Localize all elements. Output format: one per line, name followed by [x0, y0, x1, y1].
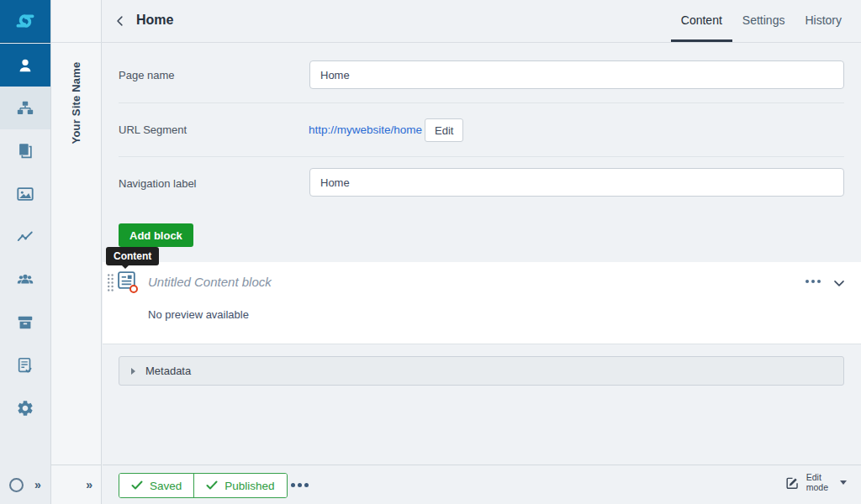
main-area: Home Content Settings History Page name …: [103, 0, 861, 504]
site-column-footer: »: [51, 465, 102, 504]
metadata-label: Metadata: [145, 365, 191, 377]
site-name-label: Your Site Name: [71, 61, 83, 144]
sidebar-item-pages[interactable]: [0, 87, 50, 129]
block-preview-text: No preview available: [148, 308, 249, 321]
user-icon: [16, 56, 34, 75]
published-button[interactable]: Published: [193, 474, 286, 497]
url-segment-link[interactable]: http://mywebsite/home: [309, 123, 422, 136]
tab-settings[interactable]: Settings: [732, 0, 795, 42]
site-name-column: Your Site Name »: [51, 0, 102, 504]
sidebar-item-archive[interactable]: [0, 301, 50, 344]
grip-dots-icon: [107, 273, 114, 292]
tab-bar: Content Settings History: [671, 0, 852, 42]
document-check-icon: [16, 356, 34, 375]
edit-pencil-icon: [784, 475, 800, 491]
publish-button-group: Saved Published: [119, 473, 288, 498]
edit-mode-label: Edit mode: [806, 473, 828, 492]
navigation-label-input[interactable]: [309, 168, 844, 197]
chevron-left-icon: [113, 13, 128, 29]
url-segment-label: URL Segment: [119, 123, 187, 136]
archive-box-icon: [16, 313, 34, 332]
content-tooltip: Content: [106, 247, 159, 265]
image-icon: [16, 185, 34, 203]
chevron-down-icon: [831, 275, 848, 291]
unsaved-indicator-icon: [129, 285, 138, 293]
drag-handle[interactable]: [107, 273, 114, 295]
check-icon: [131, 480, 143, 491]
edit-mode-selector[interactable]: Edit mode: [784, 473, 847, 492]
sidebar: »: [0, 0, 51, 504]
published-label: Published: [224, 480, 274, 492]
help-circle-icon[interactable]: [9, 478, 24, 492]
block-expand-button[interactable]: [831, 275, 848, 294]
add-block-button[interactable]: Add block: [119, 223, 193, 247]
site-tree-icon: [16, 99, 34, 118]
tab-history[interactable]: History: [795, 0, 852, 42]
sidebar-footer: »: [0, 465, 50, 504]
expand-menu-icon[interactable]: »: [34, 478, 41, 491]
block-actions-menu-icon[interactable]: [806, 280, 821, 283]
block-title[interactable]: Untitled Content block: [148, 275, 272, 289]
page-name-input[interactable]: [309, 60, 844, 89]
cms-app: » Your Site Name » Home Content Settings…: [0, 0, 861, 504]
caret-down-icon: [840, 480, 847, 485]
sidebar-item-files[interactable]: [0, 129, 50, 172]
sidebar-item-security[interactable]: [0, 258, 50, 301]
saved-label: Saved: [150, 480, 182, 492]
metadata-accordion[interactable]: Metadata: [119, 356, 844, 386]
sidebar-item-reports[interactable]: [0, 215, 50, 258]
tab-content[interactable]: Content: [671, 0, 732, 42]
sidebar-item-forms[interactable]: [0, 344, 50, 386]
check-icon: [206, 480, 218, 491]
navigation-label-label: Navigation label: [119, 177, 197, 190]
site-name[interactable]: Your Site Name: [51, 56, 102, 149]
url-edit-button[interactable]: Edit: [425, 118, 463, 142]
expand-panel-icon[interactable]: »: [86, 478, 92, 491]
gear-icon: [16, 399, 34, 417]
sidebar-item-images[interactable]: [0, 172, 50, 215]
line-chart-icon: [16, 228, 34, 246]
action-bar: Saved Published Edit mode: [103, 465, 861, 504]
app-logo[interactable]: [0, 0, 50, 43]
page-name-label: Page name: [119, 69, 175, 81]
field-divider: [119, 102, 844, 103]
field-divider: [119, 156, 844, 157]
users-group-icon: [16, 270, 34, 289]
accordion-arrow-icon: [131, 368, 135, 375]
documents-icon: [16, 142, 34, 160]
more-actions-menu-icon[interactable]: [291, 483, 309, 487]
page-title: Home: [136, 13, 173, 28]
silverstripe-logo-icon: [14, 10, 36, 32]
sidebar-item-profile[interactable]: [0, 44, 50, 87]
sidebar-item-settings[interactable]: [0, 386, 50, 429]
back-button[interactable]: [113, 13, 128, 31]
saved-button[interactable]: Saved: [119, 474, 193, 497]
